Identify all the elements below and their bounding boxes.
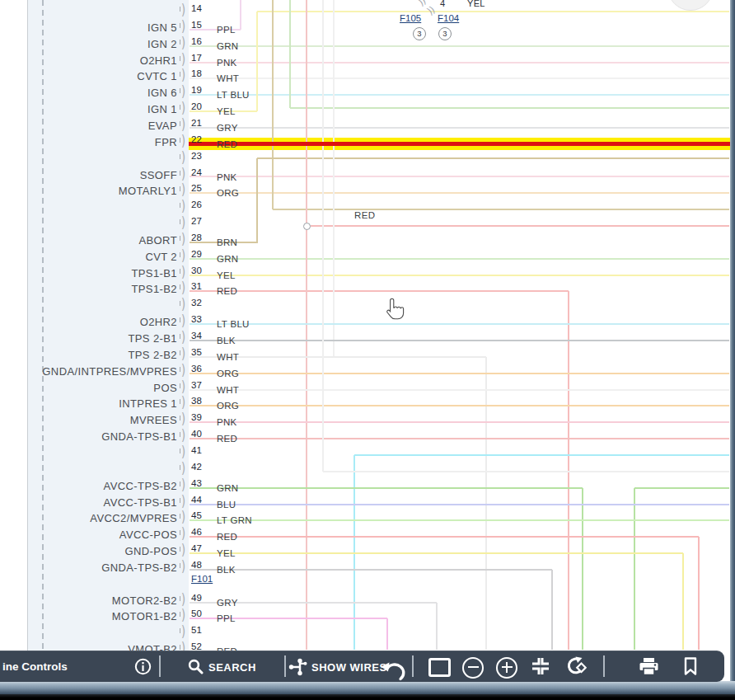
connector-link-f101[interactable]: F101	[191, 574, 213, 584]
wire-segment[interactable]	[190, 45, 729, 47]
wire-segment[interactable]	[290, 107, 729, 109]
wire-segment[interactable]	[240, 0, 241, 30]
wire-segment[interactable]	[190, 438, 729, 439]
wire-segment[interactable]	[190, 290, 569, 292]
connector-pin-tick	[180, 186, 181, 191]
wire-segment[interactable]	[698, 537, 700, 650]
wire-segment[interactable]	[190, 176, 729, 177]
pin-label: FPR	[0, 136, 177, 148]
rotate-view-button[interactable]	[564, 656, 587, 679]
pin-number: 32	[191, 298, 202, 308]
wire-segment[interactable]	[190, 78, 729, 79]
fit-screen-button[interactable]	[531, 657, 550, 679]
pin-number: 14	[191, 3, 202, 13]
wire-segment[interactable]	[190, 536, 699, 538]
wire-segment[interactable]	[436, 603, 438, 650]
connector-link-f104[interactable]: F104	[438, 13, 459, 23]
wire-segment[interactable]	[190, 519, 729, 521]
wire-segment[interactable]	[634, 487, 729, 489]
pin-number: 45	[191, 510, 202, 520]
connector-pin-tick	[180, 7, 181, 12]
wire-segment[interactable]	[190, 62, 729, 63]
connector-pin-icon: )	[181, 346, 185, 363]
info-button[interactable]	[134, 658, 152, 679]
plus-icon	[506, 662, 508, 673]
highlighted-wire-core[interactable]	[189, 142, 730, 146]
wire-segment[interactable]	[272, 0, 274, 209]
wire-segment[interactable]	[289, 0, 291, 108]
wire-color-code: YEL	[217, 548, 236, 558]
wire-segment[interactable]	[190, 323, 729, 325]
wire-segment[interactable]	[311, 225, 729, 227]
zoom-out-button[interactable]	[462, 657, 484, 679]
pin-number: 40	[191, 429, 202, 439]
wire-segment[interactable]	[551, 570, 553, 650]
wire-segment[interactable]	[634, 488, 635, 650]
wire-segment[interactable]	[582, 488, 583, 650]
bookmark-button[interactable]	[683, 657, 698, 679]
zoom-in-button[interactable]	[496, 657, 517, 679]
connector-pin-icon: )	[181, 313, 185, 330]
connector-pin-tick	[180, 121, 181, 126]
pin-label: CVT 2	[0, 251, 177, 263]
wire-segment[interactable]	[190, 421, 729, 423]
splice-node-icon[interactable]	[303, 223, 311, 230]
wire-segment[interactable]	[386, 618, 388, 650]
cavity-count-badge: 3	[438, 27, 452, 40]
connector-pin-tick	[180, 56, 181, 61]
wire-segment[interactable]	[323, 471, 729, 472]
pin-label: ABORT	[0, 234, 177, 247]
undo-button[interactable]	[380, 660, 408, 688]
right-panel-edge[interactable]	[730, 0, 735, 681]
wiring-diagram-canvas[interactable]: 4 YEL )) )) F105 F104 3 3 RED )14)15PPLI…	[0, 0, 735, 700]
wire-segment[interactable]	[273, 209, 729, 210]
connector-pin-tick	[180, 219, 181, 224]
show-wires-button-label[interactable]: SHOW WIRES	[311, 661, 387, 674]
wire-segment[interactable]	[190, 487, 583, 489]
wire-segment[interactable]	[190, 504, 729, 505]
wire-segment[interactable]	[190, 127, 729, 129]
connector-pin-tick	[180, 383, 181, 388]
wire-segment[interactable]	[190, 192, 729, 194]
wire-segment[interactable]	[190, 275, 729, 276]
wire-segment[interactable]	[190, 258, 729, 260]
connector-pin-tick	[180, 23, 181, 28]
wire-segment[interactable]	[190, 569, 552, 571]
connector-pin-icon: )	[181, 444, 185, 461]
wire-segment[interactable]	[190, 340, 729, 341]
connector-pin-icon: )	[181, 477, 185, 493]
rotate-icon	[564, 656, 587, 676]
pin-number: 27	[191, 216, 202, 226]
pin-label: AVCC-TPS-B2	[0, 480, 177, 492]
search-button[interactable]	[188, 659, 204, 678]
wire-segment[interactable]	[256, 158, 258, 242]
pin-label: MVREES	[0, 414, 177, 426]
wire-segment[interactable]	[190, 405, 729, 406]
pin-number: 46	[191, 527, 202, 537]
wire-segment[interactable]	[333, 0, 335, 357]
search-button-label[interactable]: SEARCH	[208, 661, 256, 674]
wire-segment[interactable]	[257, 11, 729, 12]
pin-label: GNDA-TPS-B2	[0, 561, 177, 574]
connector-link-f105[interactable]: F105	[400, 13, 421, 23]
undo-arrow-icon	[380, 660, 408, 684]
wire-segment[interactable]	[190, 552, 683, 554]
wire-segment[interactable]	[190, 389, 729, 391]
pin-label: GND-POS	[0, 545, 177, 557]
show-wires-button[interactable]	[288, 658, 308, 679]
print-button[interactable]	[639, 658, 659, 679]
wire-segment[interactable]	[190, 94, 729, 96]
zoom-box-button[interactable]	[428, 658, 451, 677]
wire-segment[interactable]	[257, 157, 729, 159]
wire-color-callout: RED	[354, 210, 375, 220]
pin-number: 24	[191, 167, 202, 177]
viewer-toolbar: ine Controls SEARCH	[0, 651, 724, 682]
wire-segment[interactable]	[354, 454, 729, 456]
wire-color-code: PNK	[217, 417, 237, 427]
wire-segment[interactable]	[682, 553, 684, 650]
pin-number: 44	[191, 495, 202, 505]
wire-segment[interactable]	[190, 373, 729, 374]
wire-segment[interactable]	[322, 0, 324, 472]
connector-pin-icon: )	[181, 461, 185, 477]
wire-segment[interactable]	[256, 12, 258, 111]
